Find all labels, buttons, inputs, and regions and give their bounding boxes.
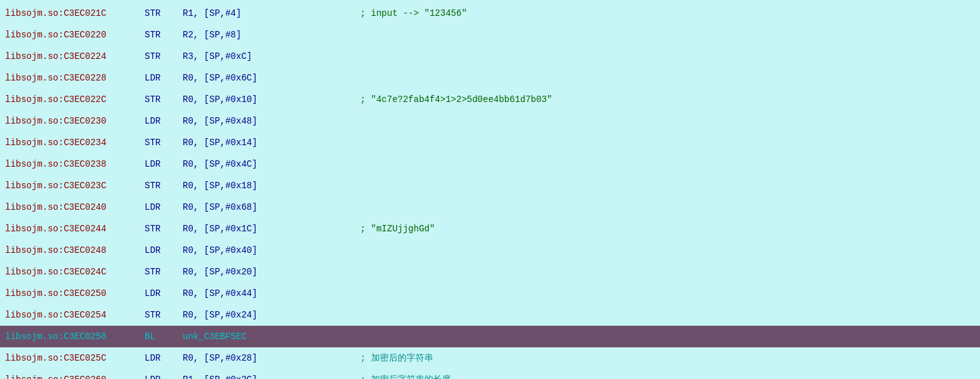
address-label: libsojm.so:C3EC022C [5,94,145,105]
table-row[interactable]: libsojm.so:C3EC023CSTRR0, [SP,#0x18] [0,175,980,196]
mnemonic-label: STR [145,30,183,40]
mnemonic-label: LDR [145,375,183,379]
address-label: libsojm.so:C3EC0244 [5,224,145,234]
table-row[interactable]: libsojm.so:C3EC0250LDRR0, [SP,#0x44] [0,283,980,304]
address-label: libsojm.so:C3EC0220 [5,30,145,40]
disassembly-view: libsojm.so:C3EC021CSTRR1, [SP,#4]; input… [0,0,980,379]
table-row[interactable]: libsojm.so:C3EC022CSTRR0, [SP,#0x10]; "4… [0,89,980,110]
operands-label: R0, [SP,#0x48] [183,116,360,126]
operands-label: R0, [SP,#0x4C] [183,159,360,169]
table-row[interactable]: libsojm.so:C3EC0220STRR2, [SP,#8] [0,24,980,46]
operands-label: R0, [SP,#0x24] [183,310,360,320]
address-label: libsojm.so:C3EC0238 [5,159,145,169]
mnemonic-label: STR [145,224,183,234]
address-label: libsojm.so:C3EC0228 [5,73,145,83]
mnemonic-label: LDR [145,353,183,363]
mnemonic-label: LDR [145,159,183,169]
mnemonic-label: STR [145,181,183,191]
address-label: libsojm.so:C3EC023C [5,181,145,191]
mnemonic-label: LDR [145,73,183,83]
table-row[interactable]: libsojm.so:C3EC0244STRR0, [SP,#0x1C]; "m… [0,218,980,240]
table-row[interactable]: libsojm.so:C3EC0230LDRR0, [SP,#0x48] [0,110,980,132]
address-label: libsojm.so:C3EC021C [5,8,145,18]
operands-label: R1, [SP,#4] [183,8,360,18]
mnemonic-label: STR [145,267,183,277]
mnemonic-label: STR [145,8,183,18]
table-row[interactable]: libsojm.so:C3EC0234STRR0, [SP,#0x14] [0,132,980,153]
table-row[interactable]: libsojm.so:C3EC024CSTRR0, [SP,#0x20] [0,261,980,283]
comment-label: ; 加密后的字符串 [360,352,433,364]
operands-label: R0, [SP,#0x10] [183,94,360,105]
operands-label: R0, [SP,#0x44] [183,288,360,299]
address-label: libsojm.so:C3EC024C [5,267,145,277]
table-row[interactable]: libsojm.so:C3EC025CLDRR0, [SP,#0x28]; 加密… [0,347,980,369]
table-row[interactable]: libsojm.so:C3EC0228LDRR0, [SP,#0x6C] [0,67,980,89]
mnemonic-label: BL [145,331,183,342]
mnemonic-label: STR [145,51,183,61]
operands-label: R0, [SP,#0x18] [183,181,360,191]
address-label: libsojm.so:C3EC0240 [5,202,145,212]
operands-label: R1, [SP,#0x2C] [183,375,360,379]
address-label: libsojm.so:C3EC0258 [5,331,145,342]
table-row[interactable]: libsojm.so:C3EC021CSTRR1, [SP,#4]; input… [0,3,980,24]
operands-label: R3, [SP,#0xC] [183,51,360,61]
table-row[interactable]: libsojm.so:C3EC0240LDRR0, [SP,#0x68] [0,196,980,218]
comment-label: ; 加密后字符串的长度 [360,374,451,379]
address-label: libsojm.so:C3EC0260 [5,375,145,379]
mnemonic-label: LDR [145,202,183,212]
operands-label: unk_C3EBF5EC [183,331,360,342]
operands-label: R0, [SP,#0x40] [183,245,360,255]
operands-label: R0, [SP,#0x1C] [183,224,360,234]
mnemonic-label: LDR [145,116,183,126]
mnemonic-label: STR [145,138,183,148]
address-label: libsojm.so:C3EC0250 [5,288,145,299]
mnemonic-label: LDR [145,288,183,299]
operands-label: R0, [SP,#0x6C] [183,73,360,83]
address-label: libsojm.so:C3EC0234 [5,138,145,148]
mnemonic-label: LDR [145,245,183,255]
table-row[interactable]: libsojm.so:C3EC0254STRR0, [SP,#0x24] [0,304,980,326]
operands-label: R0, [SP,#0x20] [183,267,360,277]
comment-label: ; "4c7e?2fab4f4>1>2>5d0ee4bb61d7b03" [360,94,552,105]
table-row[interactable]: libsojm.so:C3EC0248LDRR0, [SP,#0x40] [0,240,980,261]
table-row[interactable]: libsojm.so:C3EC0260LDRR1, [SP,#0x2C]; 加密… [0,369,980,379]
table-row[interactable]: libsojm.so:C3EC0258BLunk_C3EBF5EC [0,326,980,347]
address-label: libsojm.so:C3EC0254 [5,310,145,320]
mnemonic-label: STR [145,94,183,105]
operands-label: R2, [SP,#8] [183,30,360,40]
address-label: libsojm.so:C3EC025C [5,353,145,363]
comment-label: ; "mIZUjjghGd" [360,224,435,234]
mnemonic-label: STR [145,310,183,320]
operands-label: R0, [SP,#0x14] [183,138,360,148]
operands-label: R0, [SP,#0x68] [183,202,360,212]
operands-label: R0, [SP,#0x28] [183,353,360,363]
comment-label: ; input --> "123456" [360,8,467,18]
address-label: libsojm.so:C3EC0224 [5,51,145,61]
address-label: libsojm.so:C3EC0230 [5,116,145,126]
address-label: libsojm.so:C3EC0248 [5,245,145,255]
table-row[interactable]: libsojm.so:C3EC0238LDRR0, [SP,#0x4C] [0,153,980,175]
table-row[interactable]: libsojm.so:C3EC0224STRR3, [SP,#0xC] [0,46,980,67]
